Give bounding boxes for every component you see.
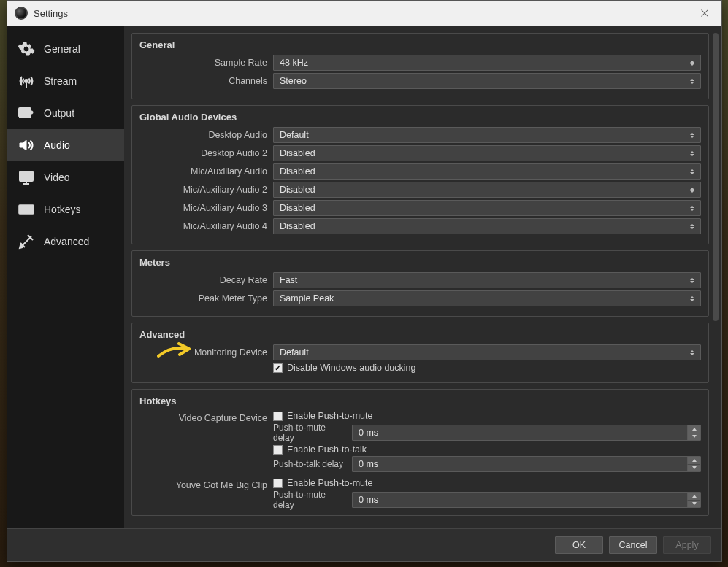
desktop-audio-2-select[interactable]: Disabled — [273, 145, 701, 161]
group-title: Advanced — [139, 329, 701, 340]
group-hotkeys: Hotkeys Video Capture Device Enable Push… — [131, 389, 709, 516]
sample-rate-select[interactable]: 48 kHz — [273, 55, 701, 71]
disable-audio-ducking-checkbox[interactable]: Disable Windows audio ducking — [273, 363, 701, 373]
checkbox-icon — [273, 479, 283, 488]
mic-aux-audio-2-label: Mic/Auxiliary Audio 2 — [139, 185, 273, 195]
scrollbar[interactable] — [712, 33, 719, 521]
group-meters: Meters Decay Rate Fast Peak Meter Type S… — [131, 250, 709, 317]
app-icon — [15, 7, 28, 20]
apply-button[interactable]: Apply — [663, 536, 711, 554]
monitoring-device-select[interactable]: Default — [273, 344, 701, 360]
monitor-icon — [18, 169, 35, 186]
chevron-updown-icon — [686, 129, 699, 141]
chevron-updown-icon — [686, 202, 699, 214]
sidebar-item-general[interactable]: General — [7, 33, 124, 65]
gear-icon — [18, 40, 35, 58]
checkbox-label: Disable Windows audio ducking — [287, 363, 415, 373]
svg-rect-1 — [20, 171, 33, 181]
sidebar-item-label: General — [44, 43, 80, 55]
chevron-down-icon[interactable] — [687, 501, 700, 508]
sidebar-item-label: Video — [44, 171, 70, 183]
push-to-talk-checkbox[interactable]: Enable Push-to-talk — [273, 444, 701, 455]
sidebar-item-advanced[interactable]: Advanced — [7, 225, 124, 258]
desktop-audio-label: Desktop Audio — [139, 130, 273, 140]
decay-rate-select[interactable]: Fast — [273, 272, 701, 288]
mic-aux-audio-3-select[interactable]: Disabled — [273, 200, 701, 216]
sidebar: General Stream Output Audio — [7, 26, 124, 528]
sidebar-item-hotkeys[interactable]: Hotkeys — [7, 193, 124, 225]
monitoring-device-label: Monitoring Device — [139, 347, 273, 358]
sidebar-item-label: Stream — [44, 75, 77, 87]
mic-aux-audio-2-select[interactable]: Disabled — [273, 182, 701, 198]
chevron-updown-icon — [686, 347, 699, 358]
sample-rate-label: Sample Rate — [139, 58, 273, 68]
chevron-updown-icon — [686, 220, 699, 232]
push-to-mute-delay-label: Push-to-mute delay — [273, 423, 346, 443]
content-scrollview: General Sample Rate 48 kHz Channels — [124, 26, 721, 528]
window-body: General Stream Output Audio — [7, 26, 721, 528]
push-to-mute-checkbox-2[interactable]: Enable Push-to-mute — [273, 478, 701, 488]
peak-meter-type-select[interactable]: Sample Peak — [273, 290, 701, 306]
mic-aux-audio-select[interactable]: Disabled — [273, 163, 701, 180]
titlebar: Settings — [7, 1, 721, 26]
group-general: General Sample Rate 48 kHz Channels — [131, 33, 709, 99]
speaker-icon — [18, 136, 35, 154]
ok-button[interactable]: OK — [555, 536, 603, 554]
chevron-up-icon[interactable] — [687, 425, 700, 433]
chevron-up-icon[interactable] — [687, 457, 700, 465]
sidebar-item-video[interactable]: Video — [7, 161, 124, 193]
push-to-mute-checkbox[interactable]: Enable Push-to-mute — [273, 411, 701, 421]
desktop-audio-2-label: Desktop Audio 2 — [139, 148, 273, 158]
push-to-talk-delay-label: Push-to-talk delay — [273, 459, 346, 469]
group-advanced: Advanced Monitoring Device Default Disab… — [131, 323, 709, 383]
push-to-mute-delay-input-2[interactable]: 0 ms — [352, 492, 701, 508]
chevron-updown-icon — [686, 75, 699, 87]
scrollbar-thumb[interactable] — [713, 33, 719, 321]
settings-window: Settings General Stream — [7, 0, 722, 562]
source-label-big-clip: Youve Got Me Big Clip — [139, 478, 273, 490]
window-title: Settings — [34, 8, 68, 19]
sidebar-item-stream[interactable]: Stream — [7, 65, 124, 97]
decay-rate-label: Decay Rate — [139, 275, 273, 285]
chevron-up-icon[interactable] — [687, 493, 700, 501]
sidebar-item-label: Output — [44, 107, 74, 119]
chevron-down-icon[interactable] — [687, 433, 700, 441]
chevron-updown-icon — [686, 274, 699, 286]
checkbox-label: Enable Push-to-mute — [287, 478, 372, 488]
chevron-down-icon[interactable] — [687, 465, 700, 472]
sidebar-item-audio[interactable]: Audio — [7, 129, 124, 161]
checkbox-label: Enable Push-to-talk — [287, 444, 367, 455]
channels-label: Channels — [139, 76, 273, 86]
push-to-talk-delay-input[interactable]: 0 ms — [352, 456, 701, 472]
push-to-mute-delay-label-2: Push-to-mute delay — [273, 490, 346, 510]
channels-select[interactable]: Stereo — [273, 73, 701, 89]
chevron-updown-icon — [686, 166, 699, 177]
checkbox-icon — [273, 412, 283, 421]
mic-aux-audio-4-select[interactable]: Disabled — [273, 218, 701, 234]
push-to-mute-delay-input[interactable]: 0 ms — [352, 425, 701, 441]
sidebar-item-label: Audio — [44, 139, 70, 151]
mic-aux-audio-3-label: Mic/Auxiliary Audio 3 — [139, 203, 273, 213]
sidebar-item-output[interactable]: Output — [7, 97, 124, 129]
footer: OK Cancel Apply — [7, 528, 721, 561]
group-title: Hotkeys — [139, 396, 701, 406]
close-button[interactable] — [688, 1, 721, 26]
cancel-button[interactable]: Cancel — [609, 536, 657, 554]
chevron-updown-icon — [686, 147, 699, 159]
output-icon — [18, 104, 35, 122]
checkbox-label: Enable Push-to-mute — [287, 411, 372, 421]
chevron-updown-icon — [686, 57, 699, 69]
peak-meter-type-label: Peak Meter Type — [139, 293, 273, 304]
tools-icon — [18, 233, 35, 250]
checkbox-icon — [273, 445, 283, 455]
keyboard-icon — [18, 201, 35, 218]
sidebar-item-label: Advanced — [44, 236, 89, 247]
group-title: General — [139, 39, 701, 50]
mic-aux-audio-4-label: Mic/Auxiliary Audio 4 — [139, 221, 273, 231]
svg-rect-0 — [19, 108, 31, 117]
chevron-updown-icon — [686, 293, 699, 304]
group-title: Global Audio Devices — [139, 112, 701, 123]
content: General Sample Rate 48 kHz Channels — [124, 26, 712, 528]
desktop-audio-select[interactable]: Default — [273, 127, 701, 143]
source-label-video-capture: Video Capture Device — [139, 411, 273, 423]
